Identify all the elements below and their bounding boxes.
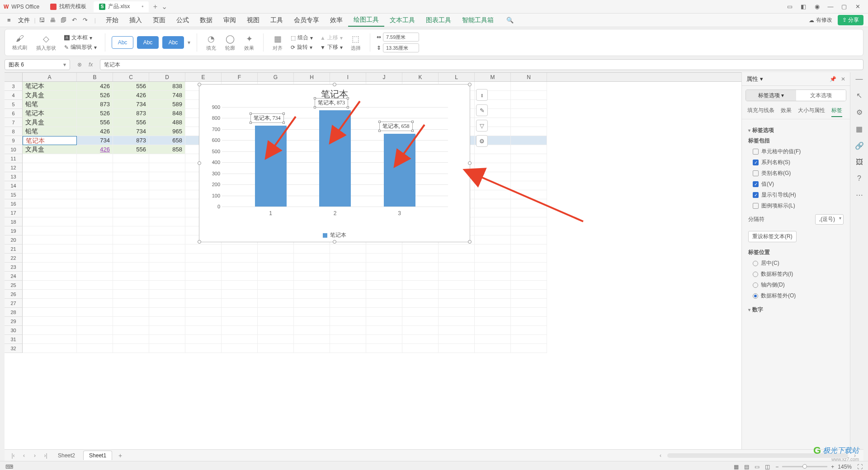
cell[interactable]: [149, 199, 185, 208]
cell[interactable]: [475, 272, 511, 281]
rail-collapse-icon[interactable]: —: [856, 75, 863, 83]
cell[interactable]: [439, 290, 475, 299]
cell[interactable]: [77, 326, 113, 335]
cell[interactable]: [77, 263, 113, 272]
cell[interactable]: [511, 217, 547, 226]
chart-filter-btn[interactable]: ▽: [476, 120, 488, 132]
cell[interactable]: [113, 199, 149, 208]
chk-legend-key[interactable]: [753, 203, 759, 209]
cell[interactable]: [258, 326, 294, 335]
row-header[interactable]: 6: [5, 109, 23, 118]
cell[interactable]: [23, 254, 77, 263]
rad-center[interactable]: [753, 261, 758, 266]
cell[interactable]: 426: [77, 127, 113, 136]
cell[interactable]: [402, 308, 439, 317]
row-header[interactable]: 10: [5, 145, 23, 154]
cell[interactable]: [402, 326, 439, 335]
cell[interactable]: [402, 335, 439, 344]
sheet-tab-2[interactable]: Sheet2: [52, 451, 80, 460]
cell[interactable]: [258, 244, 294, 254]
cell[interactable]: [330, 317, 366, 326]
cell[interactable]: [511, 299, 547, 308]
row-header[interactable]: 22: [5, 254, 23, 263]
cell[interactable]: [222, 272, 258, 281]
rail-more-icon[interactable]: ⋯: [856, 191, 863, 199]
cell[interactable]: [366, 308, 402, 317]
cell[interactable]: [330, 335, 366, 344]
cell[interactable]: [439, 308, 475, 317]
cell[interactable]: [149, 344, 185, 353]
cell[interactable]: [439, 281, 475, 290]
chart-elements-btn[interactable]: ⫾: [476, 89, 488, 101]
cell[interactable]: [23, 281, 77, 290]
row-header[interactable]: 14: [5, 181, 23, 190]
cell[interactable]: [330, 263, 366, 272]
resize-handle[interactable]: [333, 240, 336, 244]
cell[interactable]: [258, 317, 294, 326]
style-preset-3[interactable]: Abc: [162, 36, 184, 49]
style-preset-1[interactable]: Abc: [112, 36, 133, 49]
cell[interactable]: [511, 344, 547, 353]
cell[interactable]: [294, 290, 330, 299]
rail-image-icon[interactable]: 🖼: [856, 158, 863, 166]
cell[interactable]: [77, 154, 113, 163]
cell[interactable]: [511, 82, 547, 91]
cell[interactable]: [330, 308, 366, 317]
cell[interactable]: [113, 335, 149, 344]
cell[interactable]: [402, 290, 439, 299]
cell[interactable]: [511, 145, 547, 154]
cell[interactable]: [113, 281, 149, 290]
view-page-icon[interactable]: ▤: [744, 464, 749, 470]
cell[interactable]: [149, 181, 185, 190]
embedded-chart[interactable]: 笔记本 0100200300400500600700800900笔记本, 734…: [199, 84, 470, 242]
separator-select[interactable]: ,(逗号): [815, 214, 844, 225]
cell[interactable]: [475, 199, 511, 208]
cell[interactable]: [511, 100, 547, 109]
cell[interactable]: 734: [113, 100, 149, 109]
cell[interactable]: [149, 190, 185, 199]
cell[interactable]: [77, 254, 113, 263]
cell[interactable]: [366, 281, 402, 290]
cell[interactable]: [475, 263, 511, 272]
cell[interactable]: [222, 254, 258, 263]
cell[interactable]: [511, 163, 547, 172]
row-header[interactable]: 5: [5, 100, 23, 109]
cell[interactable]: [77, 317, 113, 326]
cell[interactable]: [294, 272, 330, 281]
cell[interactable]: [185, 317, 222, 326]
fx-icon[interactable]: fx: [89, 61, 93, 68]
cell[interactable]: [439, 254, 475, 263]
cell[interactable]: 笔记本: [23, 136, 77, 145]
cell[interactable]: [475, 217, 511, 226]
maximize-button[interactable]: ▢: [839, 3, 849, 10]
select-btn[interactable]: ⬚选择: [348, 34, 363, 52]
col-header[interactable]: M: [475, 73, 511, 81]
cell[interactable]: [511, 118, 547, 127]
hamburger-icon[interactable]: ≡: [5, 17, 14, 24]
cell[interactable]: 556: [113, 82, 149, 91]
cell[interactable]: [113, 244, 149, 254]
tab-label-options[interactable]: 标签选项 ▾: [746, 90, 796, 101]
cell[interactable]: [149, 299, 185, 308]
cell[interactable]: [77, 199, 113, 208]
cloud-modified[interactable]: ☁ 有修改: [805, 16, 836, 24]
cell[interactable]: [475, 190, 511, 199]
cell[interactable]: [294, 326, 330, 335]
cell[interactable]: [113, 163, 149, 172]
zoom-value[interactable]: 145%: [838, 464, 852, 470]
menu-效率[interactable]: 效率: [325, 14, 348, 27]
row-header[interactable]: 30: [5, 326, 23, 335]
resize-handle[interactable]: [333, 83, 336, 86]
fill-btn[interactable]: ◔填充: [203, 34, 219, 52]
cell[interactable]: [149, 335, 185, 344]
cell[interactable]: [511, 226, 547, 235]
cell[interactable]: [258, 299, 294, 308]
group-btn[interactable]: ⬚ 组合 ▾: [289, 34, 315, 42]
new-tab-button[interactable]: +: [151, 3, 160, 11]
view-normal-icon[interactable]: ▦: [734, 464, 739, 470]
menu-图表工具[interactable]: 图表工具: [420, 14, 457, 27]
cell[interactable]: [113, 299, 149, 308]
cell[interactable]: [511, 199, 547, 208]
redo-icon[interactable]: ↷: [81, 17, 90, 24]
cell[interactable]: 748: [149, 91, 185, 100]
